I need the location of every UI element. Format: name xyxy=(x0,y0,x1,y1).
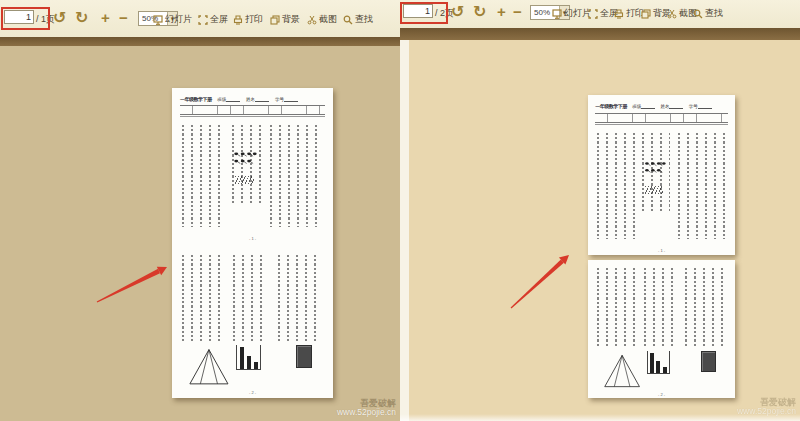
text-column-band xyxy=(182,125,224,227)
block-figure xyxy=(236,345,261,370)
page2-footer: - 2 - xyxy=(588,392,735,397)
stamp-image xyxy=(296,345,312,368)
test-paper-part1: 一年级数学下册 班级 姓名 学号 - 1 - xyxy=(588,95,735,255)
rotate-right-icon[interactable]: ↻ xyxy=(473,4,486,20)
fullscreen-icon xyxy=(588,9,598,19)
field-name: 姓名 xyxy=(660,104,683,109)
print-icon xyxy=(233,15,243,25)
screenshot-button[interactable]: 截图 xyxy=(307,13,337,26)
print-icon xyxy=(614,9,624,19)
search-button[interactable]: 查找 xyxy=(693,7,723,20)
background-button[interactable]: 背景 xyxy=(270,13,300,26)
search-icon xyxy=(343,15,353,25)
search-label: 查找 xyxy=(355,13,373,26)
background-icon xyxy=(270,15,280,25)
slideshow-icon xyxy=(153,15,163,25)
text-column-band xyxy=(597,133,635,239)
text-column-band xyxy=(233,255,268,342)
screenshot-icon xyxy=(667,9,677,19)
test-paper-part2: - 2 - xyxy=(588,260,735,398)
triangle-figure xyxy=(603,351,641,391)
annotation-highlight-box xyxy=(1,7,50,30)
text-column-band xyxy=(278,255,323,342)
slideshow-button[interactable]: 幻灯片 xyxy=(153,13,192,26)
text-column-band xyxy=(597,268,635,348)
annotation-highlight-box xyxy=(400,2,448,24)
tadpole-figures xyxy=(233,147,257,169)
text-column-band xyxy=(182,255,224,342)
score-table xyxy=(595,113,727,123)
field-id: 学号 xyxy=(689,104,712,109)
app-root: / 1页 ↺ ↻ + − 50% ▾ 幻灯片 全屏 打印 xyxy=(0,0,800,421)
zoom-in-icon[interactable]: + xyxy=(101,10,110,26)
viewer-panel-right: / 2页 ↺ ↻ + − 50% ▾ 幻灯片 全屏 打印 xyxy=(400,0,800,421)
screenshot-label: 截图 xyxy=(319,13,337,26)
slideshow-label: 幻灯片 xyxy=(564,7,591,20)
page2-footer: - 2 - xyxy=(172,390,333,395)
header-rule xyxy=(595,124,727,125)
print-button[interactable]: 打印 xyxy=(614,7,644,20)
print-button[interactable]: 打印 xyxy=(233,13,263,26)
document-page-1[interactable]: 一年级数学下册 班级 姓名 学号 - 1 - xyxy=(588,95,735,255)
field-name: 姓名 xyxy=(246,97,269,102)
tally-marks xyxy=(235,176,254,184)
tadpole-figures xyxy=(644,156,666,178)
page1-footer: - 1 - xyxy=(172,236,333,241)
watermark: 吾爱破解 www.52pojie.cn xyxy=(337,398,396,418)
zoom-out-icon[interactable]: − xyxy=(513,4,522,20)
toolbar-right: / 2页 ↺ ↻ + − 50% ▾ 幻灯片 全屏 打印 xyxy=(400,0,800,29)
field-class: 班级 xyxy=(632,104,655,109)
toolbar-shadow-strip xyxy=(0,37,400,46)
background-icon xyxy=(641,9,651,19)
slideshow-button[interactable]: 幻灯片 xyxy=(552,7,591,20)
toolbar-shadow-strip xyxy=(400,28,800,40)
document-canvas-right[interactable]: 一年级数学下册 班级 姓名 学号 - 1 - xyxy=(400,40,800,421)
rotate-right-icon[interactable]: ↻ xyxy=(75,10,88,26)
page1-footer: - 1 - xyxy=(588,248,735,253)
document-header: 一年级数学下册 班级 姓名 学号 xyxy=(180,93,325,102)
document-title: 一年级数学下册 xyxy=(180,96,212,102)
text-column-band xyxy=(644,268,676,348)
header-rule xyxy=(180,116,325,117)
stamp-image xyxy=(701,351,716,372)
search-icon xyxy=(693,9,703,19)
screenshot-icon xyxy=(307,15,317,25)
triangle-figure xyxy=(188,345,230,389)
field-class: 班级 xyxy=(217,97,240,102)
text-column-band xyxy=(678,133,727,239)
search-button[interactable]: 查找 xyxy=(343,13,373,26)
viewer-panel-left: / 1页 ↺ ↻ + − 50% ▾ 幻灯片 全屏 打印 xyxy=(0,0,400,421)
watermark-line2: www.52pojie.cn xyxy=(337,408,396,418)
score-table xyxy=(180,105,325,115)
document-header: 一年级数学下册 班级 姓名 学号 xyxy=(595,100,727,110)
test-paper-part1: 一年级数学下册 班级 姓名 学号 - 1 - xyxy=(172,88,333,243)
zoom-out-icon[interactable]: − xyxy=(119,10,128,26)
text-column-band xyxy=(270,125,323,227)
document-title: 一年级数学下册 xyxy=(595,103,627,109)
toolbar-left: / 1页 ↺ ↻ + − 50% ▾ 幻灯片 全屏 打印 xyxy=(0,0,400,38)
slideshow-label: 幻灯片 xyxy=(165,13,192,26)
document-page-2[interactable]: - 2 - xyxy=(588,260,735,398)
fullscreen-button[interactable]: 全屏 xyxy=(198,13,228,26)
text-column-band xyxy=(685,268,726,348)
block-figure xyxy=(647,351,670,374)
search-label: 查找 xyxy=(705,7,723,20)
rotate-left-icon[interactable]: ↺ xyxy=(53,10,66,26)
zoom-in-icon[interactable]: + xyxy=(497,4,506,20)
document-page[interactable]: 一年级数学下册 班级 姓名 学号 - 1 - xyxy=(172,88,333,398)
test-paper-part2: - 2 - xyxy=(172,246,333,396)
fullscreen-label: 全屏 xyxy=(210,13,228,26)
slideshow-icon xyxy=(552,9,562,19)
document-canvas-left[interactable]: 一年级数学下册 班级 姓名 学号 - 1 - xyxy=(0,46,400,421)
tally-marks xyxy=(645,186,663,194)
fullscreen-icon xyxy=(198,15,208,25)
print-label: 打印 xyxy=(245,13,263,26)
watermark: 吾爱破解 www.52pojie.cn xyxy=(737,397,796,417)
background-label: 背景 xyxy=(282,13,300,26)
rotate-left-icon[interactable]: ↺ xyxy=(451,4,464,20)
watermark-line2: www.52pojie.cn xyxy=(737,407,796,417)
field-id: 学号 xyxy=(275,97,298,102)
